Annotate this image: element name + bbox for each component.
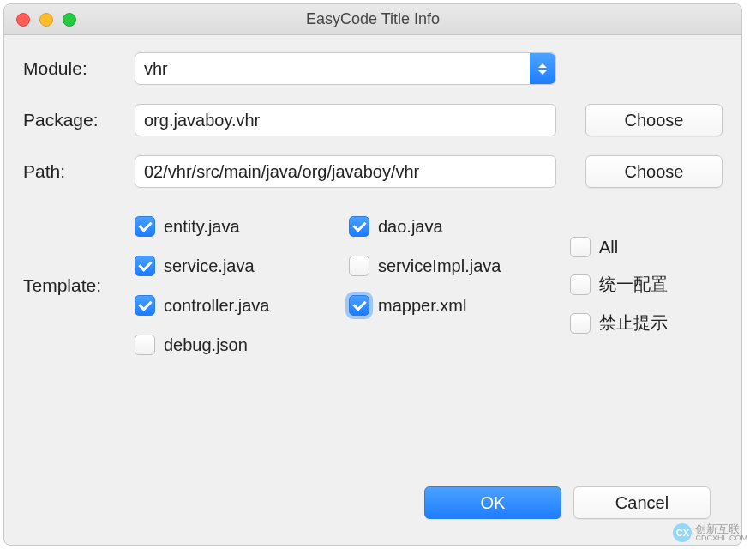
path-label: Path: [23, 161, 135, 182]
template-label: controller.java [164, 296, 269, 316]
chevron-updown-icon[interactable] [530, 53, 555, 84]
watermark-logo: CX [673, 523, 692, 542]
template-label: debug.json [164, 335, 248, 355]
checkbox-checked-icon [135, 256, 155, 276]
checkbox-unchecked-icon [349, 256, 369, 276]
dialog-content: Module: vhr Package: org.javaboy.vhr Cho… [4, 35, 741, 545]
path-input[interactable]: 02/vhr/src/main/java/org/javaboy/vhr [135, 155, 556, 188]
side-option-checkbox[interactable]: All [570, 237, 723, 257]
template-checkbox[interactable]: mapper.xml [349, 295, 556, 316]
side-option-checkbox[interactable]: 禁止提示 [570, 311, 723, 335]
choose-label: Choose [625, 162, 684, 182]
template-label: entity.java [164, 217, 240, 237]
ok-label: OK [481, 493, 506, 513]
template-label: Template: [23, 275, 135, 296]
watermark-en: CDCXHL.COM [695, 534, 747, 542]
template-label: dao.java [378, 217, 443, 237]
dialog-footer: OK Cancel [23, 478, 726, 533]
package-input[interactable]: org.javaboy.vhr [135, 104, 556, 136]
template-checkbox[interactable]: entity.java [135, 216, 349, 237]
package-value: org.javaboy.vhr [144, 111, 260, 130]
checkbox-unchecked-icon [570, 274, 591, 295]
minimize-icon[interactable] [39, 13, 53, 27]
template-checkbox[interactable]: debug.json [135, 335, 349, 355]
package-row: Package: org.javaboy.vhr Choose [23, 104, 726, 136]
side-options: All统一配置禁止提示 [570, 237, 723, 335]
template-checkbox[interactable]: controller.java [135, 295, 349, 316]
side-option-checkbox[interactable]: 统一配置 [570, 273, 723, 296]
window-title: EasyCode Title Info [4, 10, 741, 28]
cancel-button[interactable]: Cancel [573, 486, 711, 519]
module-label: Module: [23, 58, 135, 79]
checkbox-checked-icon [349, 216, 369, 237]
close-icon[interactable] [16, 13, 30, 27]
template-checkbox[interactable]: dao.java [349, 216, 556, 237]
watermark: CX 创新互联 CDCXHL.COM [673, 523, 747, 542]
checkbox-unchecked-icon [570, 313, 591, 334]
dialog-window: EasyCode Title Info Module: vhr Package:… [3, 3, 742, 546]
choose-path-button[interactable]: Choose [585, 155, 723, 188]
traffic-lights [16, 13, 76, 27]
path-row: Path: 02/vhr/src/main/java/org/javaboy/v… [23, 155, 726, 188]
ok-button[interactable]: OK [424, 486, 561, 519]
cancel-label: Cancel [615, 493, 669, 513]
maximize-icon[interactable] [63, 13, 76, 27]
checkbox-checked-icon [349, 295, 369, 316]
template-label: serviceImpl.java [378, 256, 501, 276]
side-option-label: 统一配置 [599, 273, 668, 296]
module-select[interactable]: vhr [135, 52, 556, 85]
checkbox-unchecked-icon [135, 335, 155, 355]
checkbox-unchecked-icon [570, 237, 591, 257]
choose-label: Choose [625, 111, 684, 130]
path-value: 02/vhr/src/main/java/org/javaboy/vhr [144, 162, 419, 182]
module-value: vhr [144, 59, 168, 79]
side-option-label: All [599, 238, 618, 257]
side-option-label: 禁止提示 [599, 311, 668, 335]
package-label: Package: [23, 110, 135, 130]
module-row: Module: vhr [23, 52, 726, 85]
checkbox-checked-icon [135, 295, 155, 316]
template-checkbox[interactable]: serviceImpl.java [349, 256, 556, 276]
template-grid: entity.javadao.javaservice.javaserviceIm… [135, 207, 556, 365]
template-label: service.java [164, 256, 255, 276]
choose-package-button[interactable]: Choose [585, 104, 723, 136]
template-checkbox[interactable]: service.java [135, 256, 349, 276]
checkbox-checked-icon [135, 216, 155, 237]
template-row: Template: entity.javadao.javaservice.jav… [23, 207, 726, 365]
titlebar: EasyCode Title Info [4, 4, 741, 35]
template-label: mapper.xml [378, 296, 466, 316]
